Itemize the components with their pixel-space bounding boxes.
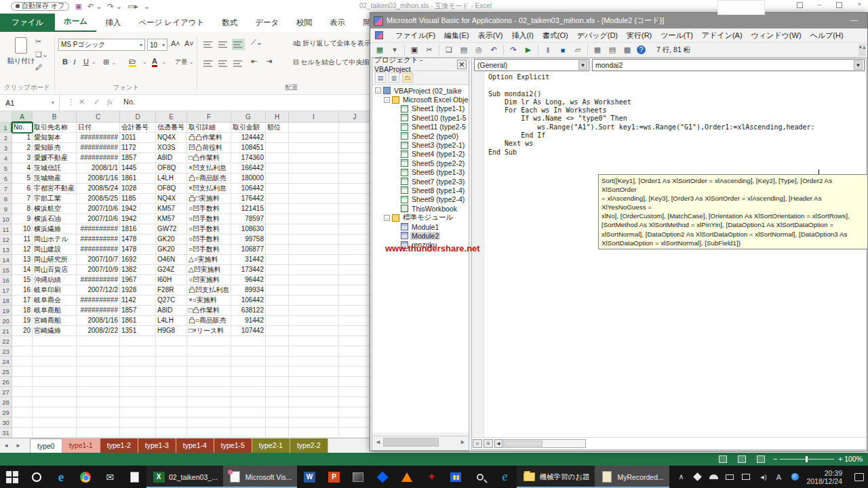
- cell[interactable]: [77, 367, 120, 377]
- cell[interactable]: [339, 428, 371, 438]
- project-explorer-icon[interactable]: ▦: [592, 45, 603, 54]
- cell[interactable]: 96442: [231, 275, 266, 285]
- cell[interactable]: 2: [12, 143, 33, 153]
- cell[interactable]: 順位: [266, 123, 289, 133]
- paste-button[interactable]: 貼り付け: [5, 37, 37, 81]
- chart-app-icon[interactable]: ▮▮: [443, 466, 468, 488]
- tree-item-Sheet7-type2-3-[interactable]: Sheet7 (type2-3): [372, 177, 469, 186]
- mail-icon[interactable]: ✉: [98, 466, 122, 488]
- cell[interactable]: 1382: [120, 265, 156, 275]
- cell[interactable]: [187, 428, 231, 438]
- cell[interactable]: F28R: [156, 285, 187, 296]
- cell[interactable]: 31442: [231, 255, 266, 265]
- object-dropdown[interactable]: (General) ▼: [474, 59, 589, 71]
- cell[interactable]: [266, 397, 289, 407]
- cell[interactable]: 2008/5/24: [77, 184, 120, 194]
- cell[interactable]: [120, 346, 156, 357]
- spreadsheet-grid[interactable]: ABCDEFGHIJ1No.取引先名称日付会計番号信憑番号取引詳細取引金額順位2…: [0, 111, 380, 439]
- cortana-button[interactable]: [24, 466, 49, 488]
- cell[interactable]: 取引詳細: [187, 123, 231, 133]
- cell[interactable]: 岐阜商船: [33, 306, 77, 316]
- red-app-icon[interactable]: ✦: [419, 466, 443, 488]
- cell[interactable]: KM57: [156, 214, 187, 224]
- code-text[interactable]: Option Explicit Sub mondai2() Dim lr As …: [488, 73, 815, 157]
- cell[interactable]: 18: [12, 306, 33, 316]
- column-header-I[interactable]: I: [289, 111, 339, 123]
- cell[interactable]: △凹実施料: [187, 265, 231, 275]
- cell[interactable]: [187, 418, 231, 428]
- cell[interactable]: 166442: [231, 163, 266, 174]
- cell[interactable]: 愛知製本: [33, 133, 77, 143]
- cell[interactable]: [187, 397, 231, 407]
- device-icon[interactable]: [725, 472, 734, 482]
- cell[interactable]: 1816: [120, 224, 156, 235]
- scroll-left-icon[interactable]: ◄: [494, 439, 502, 448]
- cell[interactable]: 1857: [120, 153, 156, 163]
- normal-view-icon[interactable]: [719, 455, 727, 463]
- redo-icon[interactable]: ↷: [508, 45, 519, 54]
- cell[interactable]: 13: [12, 255, 33, 265]
- tree-item-Sheet8-type1-4-[interactable]: Sheet8 (type1-4): [372, 186, 469, 195]
- cell[interactable]: [77, 418, 120, 428]
- save-icon[interactable]: ▣: [409, 45, 420, 54]
- cell[interactable]: [187, 387, 231, 397]
- cell[interactable]: 5: [12, 174, 33, 184]
- cell[interactable]: 茨城物産: [33, 174, 77, 184]
- insert-object-icon[interactable]: ▾: [389, 45, 400, 54]
- cell[interactable]: ○凹手数料: [187, 204, 231, 214]
- cell[interactable]: [187, 346, 231, 357]
- cell[interactable]: 岐阜商会: [33, 296, 77, 306]
- cell[interactable]: 2007/12/2: [77, 285, 120, 296]
- tree-item-Sheet9-type2-4-[interactable]: Sheet9 (type2-4): [372, 195, 469, 204]
- cell[interactable]: 180000: [231, 174, 266, 184]
- autosave-toggle[interactable]: 自動保存 オフ: [11, 2, 69, 11]
- cell[interactable]: [231, 418, 266, 428]
- minimize-button[interactable]: –: [818, 1, 822, 11]
- cell[interactable]: 凸凹支払利息: [187, 285, 231, 296]
- row-header-2[interactable]: 2: [0, 133, 12, 143]
- row-header-27[interactable]: 27: [0, 387, 12, 397]
- cell[interactable]: 2007/10/9: [77, 265, 120, 275]
- cell[interactable]: 愛知販売: [33, 143, 77, 153]
- cell[interactable]: □凸作業料: [187, 306, 231, 316]
- cell[interactable]: 10: [12, 224, 33, 235]
- scroll-thumb[interactable]: [383, 438, 439, 447]
- cell[interactable]: A8ID: [156, 153, 187, 163]
- tree-expander-icon[interactable]: -: [384, 97, 390, 103]
- cell[interactable]: ##########: [77, 245, 120, 255]
- tree-item-Module2[interactable]: Module2: [372, 231, 469, 240]
- vba-menu-挿入(I)[interactable]: 挿入(I): [511, 30, 533, 41]
- cell[interactable]: [156, 397, 187, 407]
- font-size-combo[interactable]: 10▾: [147, 39, 167, 51]
- cell[interactable]: 沖縄紡績: [33, 275, 77, 285]
- cell[interactable]: [289, 428, 339, 438]
- dropbox-icon[interactable]: [692, 472, 702, 482]
- row-header-5[interactable]: 5: [0, 163, 12, 174]
- cell[interactable]: [289, 418, 339, 428]
- cell[interactable]: [33, 407, 77, 418]
- cell[interactable]: [289, 184, 339, 194]
- cell[interactable]: [339, 407, 371, 418]
- cell[interactable]: GK20: [156, 235, 187, 245]
- row-header-16[interactable]: 16: [0, 275, 12, 285]
- cell[interactable]: 1942: [120, 214, 156, 224]
- cell[interactable]: [12, 336, 33, 346]
- cut-icon[interactable]: ✂: [35, 37, 48, 47]
- vba-menu-デバッグ(D)[interactable]: デバッグ(D): [577, 30, 618, 41]
- cell[interactable]: [266, 245, 289, 255]
- cell[interactable]: H9G8: [156, 326, 187, 336]
- align-left-icon[interactable]: [203, 59, 214, 68]
- vba-taskbar-item[interactable]: Microsoft Vis...: [223, 466, 298, 488]
- cell[interactable]: [339, 367, 371, 377]
- tree-item-Sheet5-type2-2-[interactable]: Sheet5 (type2-2): [372, 159, 469, 167]
- cancel-icon[interactable]: ✕: [79, 98, 85, 106]
- cell[interactable]: [120, 397, 156, 407]
- cell[interactable]: ##########: [77, 224, 120, 235]
- cell[interactable]: [231, 397, 266, 407]
- row-header-3[interactable]: 3: [0, 143, 12, 153]
- cell[interactable]: [289, 397, 339, 407]
- notification-center-icon[interactable]: [854, 473, 864, 481]
- edge-icon[interactable]: e: [49, 466, 73, 488]
- word-icon[interactable]: W: [297, 466, 321, 488]
- cell[interactable]: L4LH: [156, 316, 187, 326]
